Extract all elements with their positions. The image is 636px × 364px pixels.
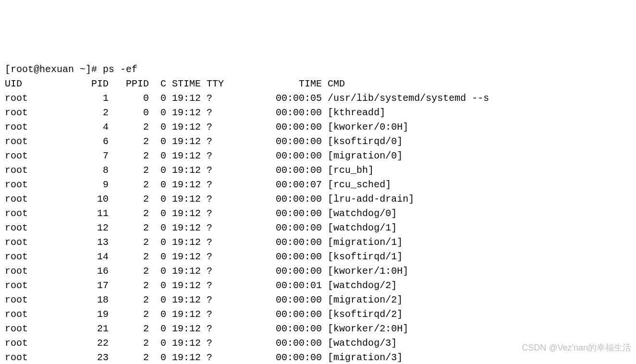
table-row: root 2 0 0 19:12 ? 00:00:00 [kthreadd]	[5, 106, 631, 120]
table-row: root 12 2 0 19:12 ? 00:00:00 [watchdog/1…	[5, 221, 631, 235]
table-row: root 18 2 0 19:12 ? 00:00:00 [migration/…	[5, 293, 631, 307]
table-row: root 13 2 0 19:12 ? 00:00:00 [migration/…	[5, 235, 631, 250]
table-row: root 1 0 0 19:12 ? 00:00:05 /usr/lib/sys…	[5, 91, 631, 106]
watermark-text: CSDN @Vez'nan的幸福生活	[522, 341, 631, 354]
table-row: root 21 2 0 19:12 ? 00:00:00 [kworker/2:…	[5, 322, 631, 336]
prompt-line: [root@hexuan ~]# ps -ef	[5, 62, 631, 77]
table-header: UID PID PPID C STIME TTY TIME CMD	[5, 77, 631, 91]
table-row: root 7 2 0 19:12 ? 00:00:00 [migration/0…	[5, 149, 631, 163]
table-row: root 10 2 0 19:12 ? 00:00:00 [lru-add-dr…	[5, 192, 631, 206]
table-row: root 14 2 0 19:12 ? 00:00:00 [ksoftirqd/…	[5, 250, 631, 264]
table-row: root 8 2 0 19:12 ? 00:00:00 [rcu_bh]	[5, 163, 631, 178]
terminal-output: [root@hexuan ~]# ps -efUID PID PPID C ST…	[5, 62, 631, 364]
table-row: root 4 2 0 19:12 ? 00:00:00 [kworker/0:0…	[5, 120, 631, 134]
table-row: root 9 2 0 19:12 ? 00:00:07 [rcu_sched]	[5, 178, 631, 192]
table-row: root 11 2 0 19:12 ? 00:00:00 [watchdog/0…	[5, 206, 631, 221]
table-row: root 19 2 0 19:12 ? 00:00:00 [ksoftirqd/…	[5, 307, 631, 322]
table-row: root 17 2 0 19:12 ? 00:00:01 [watchdog/2…	[5, 279, 631, 293]
table-row: root 6 2 0 19:12 ? 00:00:00 [ksoftirqd/0…	[5, 134, 631, 149]
table-row: root 16 2 0 19:12 ? 00:00:00 [kworker/1:…	[5, 264, 631, 279]
